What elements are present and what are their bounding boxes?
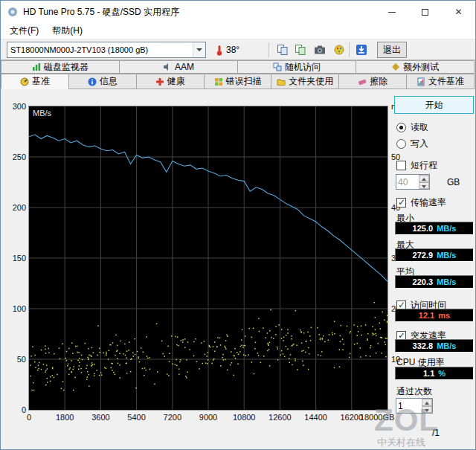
write-radio[interactable]: 写入	[396, 138, 428, 150]
disk-monitor-icon	[32, 62, 41, 71]
cpu-usage-value: 1.1	[423, 369, 434, 378]
y-left-tick: 100	[4, 304, 26, 313]
toolbar: ST18000NM000J-2TV103 (18000 gB) 38° 退出	[1, 39, 475, 60]
cpu-usage-value-box: 1.1 %	[395, 367, 474, 380]
short-stroke-size-value[interactable]	[398, 176, 417, 188]
burst-rate-value: 332.8	[413, 341, 434, 350]
tab-label: 随机访问	[285, 61, 321, 74]
toolbar-separator	[268, 42, 269, 57]
error-scan-icon	[214, 77, 223, 86]
random-access-icon	[273, 62, 282, 71]
copy-image-icon	[295, 44, 306, 56]
cpu-usage-unit: %	[438, 369, 446, 378]
tab-label: 擦除	[370, 75, 387, 88]
burst-rate-unit: MB/s	[437, 341, 456, 350]
tab-label: 文件基准	[428, 75, 464, 88]
extra-tests-icon	[391, 62, 400, 71]
burst-rate-value-box: 332.8 MB/s	[395, 339, 474, 353]
drive-selector-value: ST18000NM000J-2TV103 (18000 gB)	[7, 45, 193, 54]
temperature-display: 38°	[215, 42, 239, 57]
x-tick: 12600	[268, 413, 292, 422]
tab-benchmark[interactable]: 基准	[1, 74, 69, 89]
tab-row-secondary: 磁盘监视器 AAM 随机访问 额外测试	[1, 60, 475, 74]
minimize-button[interactable]	[375, 1, 408, 23]
chevron-down-icon	[193, 42, 205, 57]
tab-extra-tests[interactable]: 额外测试	[356, 60, 475, 74]
tab-label: 健康	[167, 75, 185, 88]
start-button[interactable]: 开始	[394, 96, 474, 114]
options-button[interactable]	[331, 42, 347, 57]
checkbox-checked-icon	[396, 198, 406, 208]
x-tick: 10800	[233, 413, 256, 422]
access-time-value: 12.1	[419, 311, 434, 320]
copy-text-icon	[277, 44, 289, 56]
health-cross-icon	[155, 77, 164, 86]
minimize-icon	[388, 12, 396, 13]
hdtune-window: HD Tune Pro 5.75 - 硬盘/SSD 实用程序 ✕ 文件(F) 帮…	[0, 0, 476, 450]
folder-icon	[277, 77, 286, 86]
toolbar-separator	[349, 42, 350, 57]
menu-file[interactable]: 文件(F)	[3, 22, 45, 39]
tab-label: AAM	[175, 62, 194, 72]
min-value-box: 125.0 MB/s	[395, 222, 474, 235]
short-stroke-checkbox[interactable]: 短行程	[396, 159, 437, 172]
tab-label: 信息	[100, 75, 118, 88]
copy-text-button[interactable]	[274, 42, 291, 57]
tab-random-access[interactable]: 随机访问	[237, 60, 356, 74]
x-tick: 14400	[304, 413, 327, 422]
screenshot-button[interactable]	[312, 42, 328, 57]
close-icon: ✕	[454, 7, 462, 16]
drive-selector[interactable]: ST18000NM000J-2TV103 (18000 gB)	[7, 42, 206, 58]
tab-disk-monitor[interactable]: 磁盘监视器	[1, 60, 120, 74]
y-axis-left-unit-label: MB/s	[33, 109, 51, 118]
watermark-logo: ZOL	[374, 402, 439, 438]
tab-label: 错误扫描	[226, 75, 262, 88]
tab-file-benchmark[interactable]: 文件基准	[406, 74, 475, 89]
maximize-button[interactable]	[408, 1, 442, 23]
transfer-rate-checkbox[interactable]: 传输速率	[396, 196, 446, 209]
spin-up-icon[interactable]	[419, 175, 429, 182]
menu-help[interactable]: 帮助(H)	[45, 22, 89, 39]
spinner	[419, 175, 429, 189]
copy-image-button[interactable]	[292, 42, 309, 57]
window-controls: ✕	[375, 1, 475, 23]
tab-label: 额外测试	[403, 61, 439, 74]
checkbox-label: 传输速率	[411, 196, 446, 209]
spin-down-icon[interactable]	[419, 182, 429, 190]
radio-selected-icon	[396, 123, 406, 132]
tab-row-primary: 基准 信息 健康 错误扫描 文件夹使用 擦除 文件基准	[1, 74, 475, 89]
palette-icon	[333, 44, 345, 56]
y-left-tick: 150	[4, 254, 26, 263]
avg-value: 220.3	[413, 277, 434, 286]
access-time-value-box: 12.1 ms	[395, 309, 474, 322]
y-left-tick: 0	[4, 405, 26, 414]
tab-erase[interactable]: 擦除	[338, 74, 407, 89]
file-benchmark-icon	[416, 77, 425, 86]
thermometer-icon	[215, 45, 224, 56]
y-left-tick: 50	[4, 355, 26, 364]
app-icon	[7, 7, 18, 17]
tab-health[interactable]: 健康	[136, 74, 205, 89]
radio-label: 读取	[411, 121, 428, 134]
y-left-tick: 200	[4, 203, 26, 212]
pass-count-label: 通过次数	[396, 385, 432, 398]
maximize-icon	[422, 9, 428, 16]
radio-label: 写入	[411, 138, 428, 150]
benchmark-chart	[29, 106, 387, 410]
save-button[interactable]	[353, 42, 370, 57]
save-download-icon	[356, 44, 367, 56]
tab-label: 磁盘监视器	[44, 61, 89, 74]
radio-unselected-icon	[396, 139, 406, 149]
checkbox-label: 短行程	[411, 159, 437, 172]
close-button[interactable]: ✕	[442, 1, 475, 23]
min-value: 125.0	[413, 224, 434, 233]
tab-info[interactable]: 信息	[68, 74, 137, 89]
tab-aam[interactable]: AAM	[119, 60, 238, 74]
exit-button[interactable]: 退出	[377, 42, 407, 58]
read-radio[interactable]: 读取	[396, 121, 428, 134]
window-title: HD Tune Pro 5.75 - 硬盘/SSD 实用程序	[23, 6, 179, 19]
tab-folder-usage[interactable]: 文件夹使用	[271, 74, 339, 89]
short-stroke-size-input[interactable]	[396, 174, 430, 190]
tab-error-scan[interactable]: 错误扫描	[204, 74, 272, 89]
aam-icon	[163, 62, 172, 71]
